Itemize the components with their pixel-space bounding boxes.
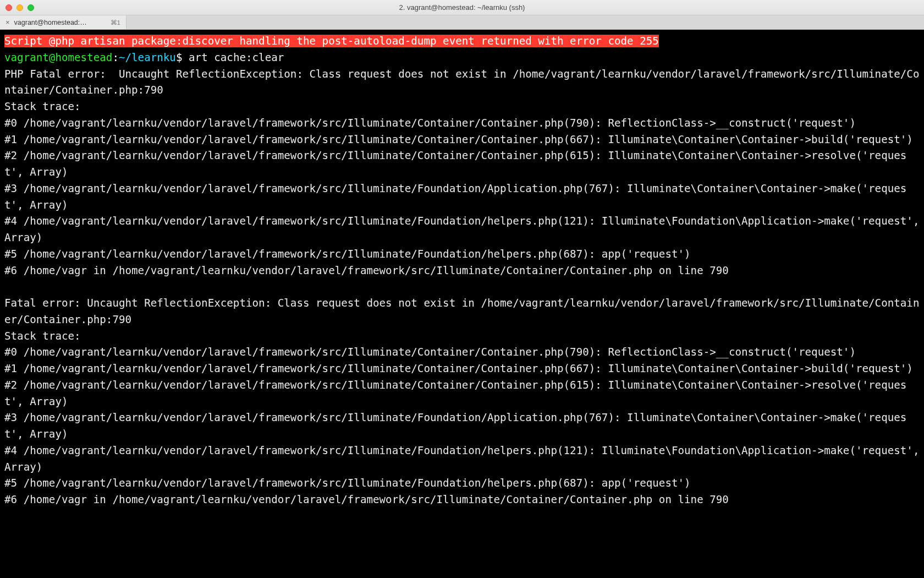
tab-label: vagrant@homestead:… bbox=[14, 19, 87, 26]
traffic-lights bbox=[6, 4, 34, 11]
output-line: #1 /home/vagrant/learnku/vendor/laravel/… bbox=[4, 133, 913, 146]
output-line: PHP Fatal error: Uncaught ReflectionExce… bbox=[4, 68, 919, 97]
output-line: #2 /home/vagrant/learnku/vendor/laravel/… bbox=[4, 149, 906, 178]
terminal-window: 2. vagrant@homestead: ~/learnku (ssh) × … bbox=[0, 0, 924, 578]
tab-close-icon[interactable]: × bbox=[6, 18, 10, 26]
tab-shortcut: ⌘1 bbox=[111, 19, 120, 26]
tab-session-1[interactable]: × vagrant@homestead:… ⌘1 bbox=[0, 15, 127, 29]
tab-bar: × vagrant@homestead:… ⌘1 bbox=[0, 15, 924, 30]
prompt-path: ~/learnku bbox=[119, 51, 176, 64]
output-line: #0 /home/vagrant/learnku/vendor/laravel/… bbox=[4, 346, 856, 358]
window-title: 2. vagrant@homestead: ~/learnku (ssh) bbox=[0, 3, 924, 12]
output-line: #4 /home/vagrant/learnku/vendor/laravel/… bbox=[4, 215, 924, 244]
prompt-line: vagrant@homestead:~/learnku$ art cache:c… bbox=[4, 51, 284, 64]
close-window-button[interactable] bbox=[6, 4, 12, 11]
output-line: #3 /home/vagrant/learnku/vendor/laravel/… bbox=[4, 411, 906, 440]
prompt-command: art cache:clear bbox=[189, 51, 284, 64]
zoom-window-button[interactable] bbox=[28, 4, 34, 11]
output-line: #1 /home/vagrant/learnku/vendor/laravel/… bbox=[4, 362, 913, 375]
error-banner: Script @php artisan package:discover han… bbox=[4, 35, 659, 47]
output-line: #0 /home/vagrant/learnku/vendor/laravel/… bbox=[4, 117, 856, 129]
output-line: Stack trace: bbox=[4, 100, 81, 113]
prompt-user: vagrant@homestead bbox=[4, 51, 112, 64]
prompt-sep1: : bbox=[112, 51, 119, 64]
minimize-window-button[interactable] bbox=[16, 4, 23, 11]
output-line: #5 /home/vagrant/learnku/vendor/laravel/… bbox=[4, 248, 691, 260]
prompt-sep2: $ bbox=[176, 51, 189, 64]
output-line: Stack trace: bbox=[4, 330, 81, 342]
titlebar: 2. vagrant@homestead: ~/learnku (ssh) bbox=[0, 0, 924, 15]
output-line: #4 /home/vagrant/learnku/vendor/laravel/… bbox=[4, 444, 924, 473]
output-line: #2 /home/vagrant/learnku/vendor/laravel/… bbox=[4, 379, 906, 408]
output-line: #6 /home/vagr in /home/vagrant/learnku/v… bbox=[4, 264, 729, 277]
output-line: #5 /home/vagrant/learnku/vendor/laravel/… bbox=[4, 477, 691, 489]
output-line: #3 /home/vagrant/learnku/vendor/laravel/… bbox=[4, 182, 906, 211]
output-line: Fatal error: Uncaught ReflectionExceptio… bbox=[4, 297, 919, 326]
terminal-viewport[interactable]: Script @php artisan package:discover han… bbox=[0, 30, 924, 578]
output-line: #6 /home/vagr in /home/vagrant/learnku/v… bbox=[4, 493, 729, 506]
